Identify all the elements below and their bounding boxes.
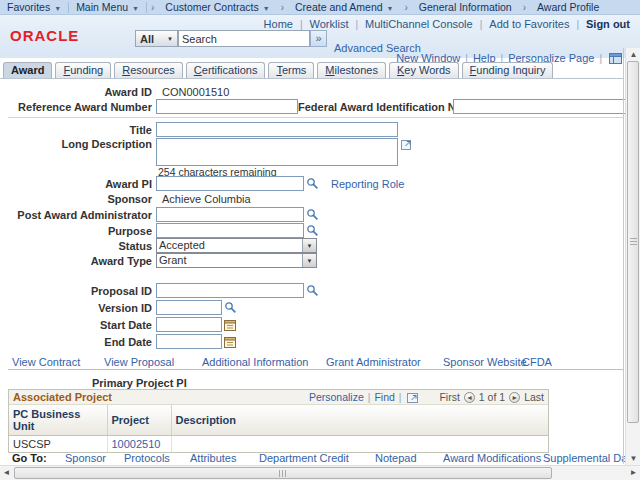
horizontal-scrollbar-thumb[interactable] <box>14 467 552 479</box>
add-to-favorites-link[interactable]: Add to Favorites <box>489 18 569 30</box>
reporting-role-link[interactable]: Reporting Role <box>331 178 404 190</box>
associated-project-table: PC Business Unit Project Description USC… <box>9 405 548 452</box>
view-all-icon[interactable] <box>407 392 419 403</box>
calendar-icon[interactable] <box>224 336 236 348</box>
scroll-up-icon[interactable]: ▲ <box>626 48 640 61</box>
tab-milestones[interactable]: Milestones <box>317 62 386 78</box>
title-row: Title <box>0 122 398 137</box>
tab-funding-inquiry[interactable]: Funding Inquiry <box>462 62 554 78</box>
purpose-input[interactable] <box>156 223 304 238</box>
lookup-icon[interactable] <box>306 177 319 190</box>
dropdown-arrow-icon: ▼ <box>387 5 394 12</box>
post-award-administrator-input[interactable] <box>156 207 304 222</box>
oracle-logo: ORACLE <box>10 27 79 44</box>
search-scope-value: All <box>140 33 154 45</box>
vertical-scrollbar-thumb[interactable] <box>627 61 639 423</box>
reference-award-number-input[interactable] <box>156 99 298 114</box>
lookup-icon[interactable] <box>306 208 319 221</box>
primary-project-pi-label: Primary Project PI <box>92 377 187 389</box>
version-id-input[interactable] <box>156 300 222 315</box>
multichannel-console-link[interactable]: MultiChannel Console <box>365 18 473 30</box>
calendar-icon[interactable] <box>224 319 236 331</box>
sponsor-website-link[interactable]: Sponsor Website <box>443 356 527 368</box>
search-go-button[interactable]: » <box>310 30 327 47</box>
breadcrumb-general-information[interactable]: General Information <box>412 1 519 13</box>
previous-row-button[interactable]: ◄ <box>464 392 475 403</box>
personalize-link[interactable]: Personalize <box>309 391 364 403</box>
scroll-down-icon[interactable]: ▼ <box>626 452 640 465</box>
title-input[interactable] <box>156 122 398 137</box>
tab-award[interactable]: Award <box>3 62 52 78</box>
award-pi-label: Award PI <box>0 178 156 190</box>
start-date-input[interactable] <box>156 317 222 332</box>
scroll-left-icon[interactable]: ◄ <box>0 466 13 480</box>
content-right-border <box>623 48 624 464</box>
chevron-icon: › <box>519 2 530 13</box>
page-layout-icon[interactable] <box>609 53 622 64</box>
expand-text-icon[interactable] <box>400 138 412 150</box>
view-proposal-link[interactable]: View Proposal <box>104 356 174 368</box>
start-date-row: Start Date <box>0 317 236 332</box>
federal-award-identification-number-input[interactable] <box>453 99 633 114</box>
lookup-icon[interactable] <box>224 301 237 314</box>
tab-label: Milestones <box>325 64 378 76</box>
grid-title-bar: Associated Project Personalize | Find | … <box>9 390 548 405</box>
lookup-icon[interactable] <box>306 224 319 237</box>
search-scope-dropdown[interactable]: All ▼ <box>135 30 178 47</box>
sign-out-link[interactable]: Sign out <box>586 18 630 30</box>
dropdown-arrow-icon: ▼ <box>167 36 173 42</box>
worklist-link[interactable]: Worklist <box>310 18 349 30</box>
breadcrumb-create-and-amend[interactable]: Create and Amend▼ <box>288 1 401 13</box>
find-link[interactable]: Find <box>374 391 394 403</box>
long-description-textarea[interactable] <box>156 138 398 166</box>
status-row: Status Accepted ▼ <box>0 238 317 253</box>
lookup-icon[interactable] <box>306 284 319 297</box>
home-link[interactable]: Home <box>264 18 293 30</box>
project-link[interactable]: 10002510 <box>112 438 161 450</box>
dropdown-arrow-icon[interactable]: ▼ <box>302 239 316 252</box>
scroll-right-icon[interactable]: ► <box>627 466 640 480</box>
search-input[interactable] <box>178 30 310 47</box>
tab-certifications[interactable]: Certifications <box>186 62 266 78</box>
horizontal-scrollbar[interactable]: ◄ ► <box>0 465 640 480</box>
tab-bar-divider <box>0 78 623 79</box>
chevron-icon: › <box>277 2 288 13</box>
tab-funding[interactable]: Funding <box>55 62 111 78</box>
status-select[interactable]: Accepted ▼ <box>156 238 317 253</box>
next-row-button[interactable]: ► <box>509 392 520 403</box>
pagination-last-label: Last <box>524 391 544 403</box>
vertical-scrollbar[interactable]: ▲ ▼ <box>625 48 640 465</box>
award-pi-input[interactable] <box>156 176 304 191</box>
separator: | <box>576 19 579 30</box>
breadcrumb-customer-contracts[interactable]: Customer Contracts▼ <box>158 1 276 13</box>
end-date-input[interactable] <box>156 334 222 349</box>
tab-label: Resources <box>122 64 175 76</box>
tab-terms[interactable]: Terms <box>268 62 314 78</box>
goto-attributes-link[interactable]: Attributes <box>190 452 236 464</box>
tab-resources[interactable]: Resources <box>114 62 183 78</box>
goto-sponsor-link[interactable]: Sponsor <box>65 452 106 464</box>
breadcrumb-main-menu[interactable]: Main Menu▼ <box>69 1 146 13</box>
goto-department-credit-link[interactable]: Department Credit <box>259 452 349 464</box>
dropdown-arrow-icon[interactable]: ▼ <box>302 254 316 267</box>
award-type-label: Award Type <box>0 255 156 267</box>
award-type-select[interactable]: Grant ▼ <box>156 253 317 268</box>
description-column-header: Description <box>171 405 548 436</box>
tab-label: Key Words <box>397 64 451 76</box>
tab-key-words[interactable]: Key Words <box>389 62 459 78</box>
breadcrumb-favorites[interactable]: Favorites▼ <box>0 1 68 13</box>
chevron-icon: › <box>147 2 158 13</box>
proposal-id-input[interactable] <box>156 283 304 298</box>
cfda-link[interactable]: CFDA <box>522 356 552 368</box>
grant-administrator-link[interactable]: Grant Administrator <box>326 356 421 368</box>
title-label: Title <box>0 124 156 136</box>
award-id-row: Award ID CON0001510 <box>0 86 229 98</box>
goto-award-modifications-link[interactable]: Award Modifications <box>443 452 541 464</box>
goto-protocols-link[interactable]: Protocols <box>124 452 170 464</box>
purpose-label: Purpose <box>0 225 156 237</box>
additional-information-link[interactable]: Additional Information <box>202 356 308 368</box>
view-contract-link[interactable]: View Contract <box>12 356 80 368</box>
goto-notepad-link[interactable]: Notepad <box>375 452 417 464</box>
breadcrumb-label: Customer Contracts <box>165 1 258 13</box>
breadcrumb-award-profile[interactable]: Award Profile <box>530 1 606 13</box>
